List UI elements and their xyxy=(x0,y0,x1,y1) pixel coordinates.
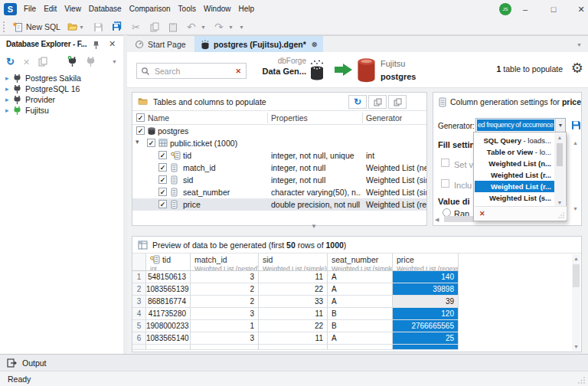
output-bar[interactable]: Output xyxy=(0,354,588,371)
save-generator-icon[interactable] xyxy=(571,120,581,130)
grid-cell-sid[interactable]: 22 xyxy=(259,320,328,332)
scroll-down-icon[interactable]: ▼ xyxy=(572,344,580,349)
menu-view[interactable]: View xyxy=(60,0,85,18)
grid-cell-sid[interactable]: 11 xyxy=(259,308,328,320)
expand-icon[interactable]: ▸ xyxy=(5,96,13,103)
table-row-seat-number[interactable]: ✓seat_numbercharacter varying(50), n...W… xyxy=(132,186,426,198)
cut-button[interactable]: ✂ xyxy=(132,18,140,35)
undo-dropdown[interactable]: ▼ xyxy=(201,18,206,35)
save-all-button[interactable] xyxy=(111,18,122,35)
row-checkbox[interactable]: ✓ xyxy=(136,126,145,135)
dropdown-scrollbar[interactable]: ▲ ▼ xyxy=(554,133,565,207)
menu-tools[interactable]: Tools xyxy=(175,0,200,18)
grid-cell-match_id[interactable]: 2 xyxy=(191,296,259,308)
grid-cell-seat_number[interactable]: A xyxy=(328,283,393,296)
dropdown-item[interactable]: Weighted List (r... xyxy=(475,169,554,181)
grid-cell-tid[interactable]: 1083565140 xyxy=(146,332,191,345)
preview-vscrollbar[interactable]: ▲ ▼ xyxy=(572,254,580,351)
grid-cell-sid[interactable]: 11 xyxy=(259,332,328,345)
menu-comparison[interactable]: Comparison xyxy=(126,0,175,18)
new-sql-button[interactable]: New SQL xyxy=(12,18,60,35)
collapse-all-button[interactable] xyxy=(368,95,387,109)
header-checkbox[interactable]: ✓ xyxy=(136,113,145,122)
minimize-button[interactable]: – xyxy=(512,0,538,18)
close-button[interactable]: ✕ xyxy=(568,0,588,18)
set-value-checkbox[interactable] xyxy=(441,159,449,167)
row-checkbox[interactable]: ✓ xyxy=(147,139,155,147)
row-checkbox[interactable]: ✓ xyxy=(158,188,167,196)
grid-cell-sid[interactable]: 22 xyxy=(259,283,328,296)
dropdown-item[interactable]: Weighted List (s... xyxy=(475,192,554,204)
grid-cell-num[interactable]: 5 xyxy=(132,320,146,332)
column-header-name[interactable]: Name xyxy=(148,112,169,124)
tab-start-page[interactable]: Start Page xyxy=(129,36,192,53)
table-row-match-id[interactable]: ✓match_idinteger, not nullWeighted List … xyxy=(132,162,426,174)
table-row-public-ticket-1000-[interactable]: ▾✓public.ticket (1000) xyxy=(132,137,426,149)
search-clear-icon[interactable]: ✕ xyxy=(235,67,241,75)
settings-vscrollbar[interactable]: ▲ ▼ xyxy=(571,140,580,217)
dropdown-item[interactable]: Table or View - lo... xyxy=(475,146,554,158)
settings-gear-icon[interactable]: ⚙ xyxy=(571,60,583,77)
grid-cell-price[interactable]: 39898 xyxy=(393,283,459,296)
dropdown-item[interactable]: Weighted List (n... xyxy=(475,158,554,169)
grid-header-price[interactable]: priceWeighted List (regexp) xyxy=(393,254,459,271)
grid-cell-seat_number[interactable]: A xyxy=(328,332,393,345)
open-file-dropdown[interactable]: ▼ xyxy=(79,18,84,35)
refresh-icon[interactable]: ↻ xyxy=(6,56,15,67)
grid-cell-seat_number[interactable]: A xyxy=(328,271,393,283)
grid-header-match_id[interactable]: match_idWeighted List (nested) xyxy=(191,254,259,271)
grid-cell-match_id[interactable]: 3 xyxy=(191,308,259,320)
tab-list-dropdown[interactable]: ▼ xyxy=(577,42,582,47)
grid-cell-tid[interactable]: 411735280 xyxy=(146,308,191,320)
user-avatar[interactable]: JS xyxy=(499,3,511,15)
expand-all-button[interactable] xyxy=(388,95,407,109)
save-button[interactable] xyxy=(93,18,103,35)
search-input[interactable]: Search ✕ xyxy=(136,63,247,79)
grid-cell-num[interactable]: 4 xyxy=(132,308,146,320)
connect-icon[interactable] xyxy=(86,56,96,67)
menu-window[interactable]: Window xyxy=(200,0,235,18)
redo-dropdown[interactable]: ▼ xyxy=(228,18,234,35)
row-checkbox[interactable]: ✓ xyxy=(158,151,167,159)
tables-refresh-button[interactable]: ↻ xyxy=(348,95,367,109)
expanded-icon[interactable]: ▾ xyxy=(136,138,139,146)
grid-cell-price[interactable]: 120 xyxy=(393,308,459,320)
grid-cell-seat_number[interactable]: A xyxy=(328,296,393,308)
combobox-dropdown-icon[interactable]: ▼ xyxy=(555,119,565,132)
include-checkbox[interactable] xyxy=(441,179,449,188)
menu-file[interactable]: File xyxy=(20,0,40,18)
tab-document[interactable]: postgres (Fujitsu).dgen* ⊗ xyxy=(194,36,323,53)
column-header-properties[interactable]: Properties xyxy=(271,112,308,124)
new-connection-icon[interactable] xyxy=(67,56,77,67)
generator-combobox[interactable]: ed frequency of occurrence ▼ xyxy=(475,118,566,132)
expand-icon[interactable]: ▸ xyxy=(5,106,13,114)
expand-icon[interactable]: ▸ xyxy=(5,85,13,93)
grid-header-seat_number[interactable]: seat_numberWeighted List (simple) xyxy=(328,254,393,271)
grid-cell-tid[interactable]: 1083565139 xyxy=(146,283,191,296)
grid-cell-sid[interactable]: 33 xyxy=(259,296,328,308)
open-file-button[interactable] xyxy=(67,18,79,35)
grid-cell-num[interactable]: 1 xyxy=(132,271,146,283)
dropdown-clear-icon[interactable]: ✕ xyxy=(479,210,485,218)
grid-cell-num[interactable]: 2 xyxy=(132,283,146,296)
paste-button[interactable] xyxy=(168,18,178,35)
menu-help[interactable]: Help xyxy=(235,0,259,18)
copy-button[interactable] xyxy=(150,18,159,35)
grid-cell-price[interactable]: 39 xyxy=(393,296,459,308)
grid-header-sid[interactable]: sidWeighted List (simple) xyxy=(259,254,328,271)
table-row-postgres[interactable]: ✓postgres xyxy=(132,125,426,137)
menu-database[interactable]: Database xyxy=(85,0,126,18)
row-checkbox[interactable]: ✓ xyxy=(158,175,167,184)
splitter-collapse-icon[interactable]: ▼ xyxy=(311,223,317,230)
grid-cell-match_id[interactable]: 2 xyxy=(191,283,259,296)
connection-item-postgresql-16[interactable]: ▸PostgreSQL 16 xyxy=(0,83,123,94)
grid-cell-seat_number[interactable]: B xyxy=(328,320,393,332)
redo-button[interactable]: ↷ xyxy=(214,18,224,35)
grid-cell-num[interactable]: 6 xyxy=(132,332,146,345)
grid-cell-tid[interactable]: 868816774 xyxy=(146,296,191,308)
grid-cell-price[interactable]: 140 xyxy=(393,271,459,283)
toolbar-overflow[interactable]: ▼ xyxy=(239,18,244,35)
connection-item-postgres-sakila[interactable]: ▸Postgres Sakila xyxy=(0,73,123,83)
grid-cell-tid[interactable]: 548150613 xyxy=(146,271,191,283)
table-row-price[interactable]: ✓pricedouble precision, not nullWeighted… xyxy=(132,198,426,211)
